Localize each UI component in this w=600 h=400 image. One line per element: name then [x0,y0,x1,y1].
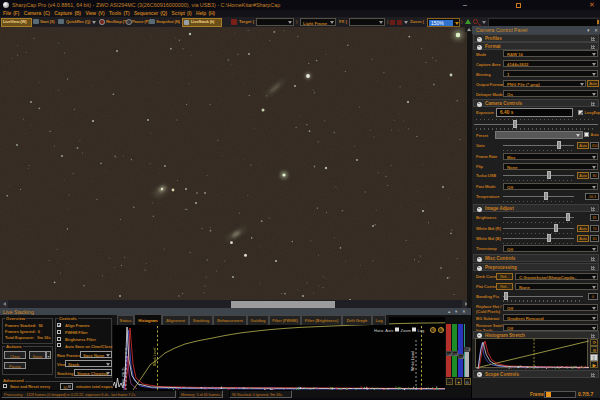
svg-text:50% (26.2): 50% (26.2) [122,367,126,386]
svg-text:Black Level: Black Level [153,347,157,366]
svg-text:White Level: White Level [411,351,415,371]
svg-text:Horiz. Axis:: Horiz. Axis: [374,328,394,333]
svg-text:Zoom: Zoom [401,328,412,333]
svg-text:Log: Log [418,328,425,333]
